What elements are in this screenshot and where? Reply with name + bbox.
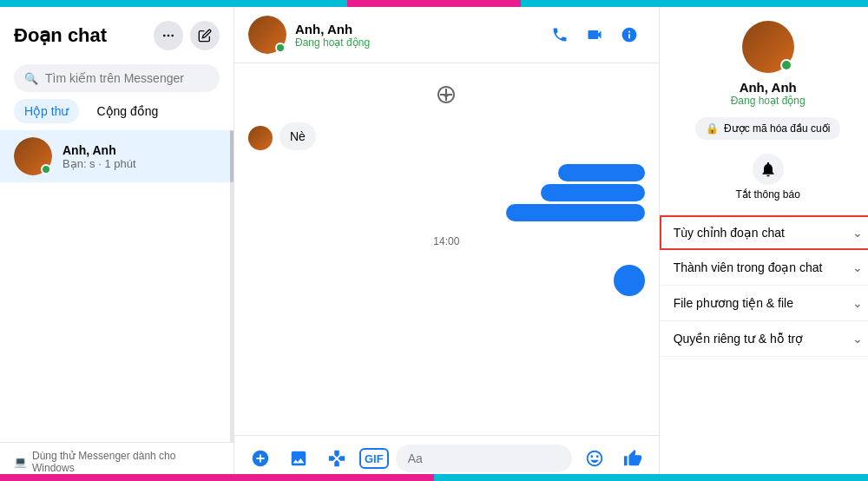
right-avatar-wrapper bbox=[742, 21, 794, 73]
search-input[interactable] bbox=[45, 71, 209, 85]
tabs: Hộp thư Cộng đồng bbox=[0, 99, 233, 123]
sent-bubble-1 bbox=[558, 164, 645, 181]
app-container: Đoạn chat 🔍 bbox=[0, 0, 868, 481]
tab-inbox[interactable]: Hộp thư bbox=[14, 99, 79, 123]
sent-bubble-dot bbox=[614, 265, 645, 296]
game-button[interactable] bbox=[321, 443, 352, 474]
menu-members[interactable]: Thành viên trong đoạn chat ⌄ bbox=[660, 250, 868, 286]
bottom-bar bbox=[0, 474, 868, 481]
mute-button[interactable] bbox=[753, 154, 784, 185]
menu-customize-chat[interactable]: Tùy chỉnh đoạn chat ⌄ bbox=[660, 215, 868, 250]
right-menu: Tùy chỉnh đoạn chat ⌄ Thành viên trong đ… bbox=[660, 214, 868, 357]
emoji-button[interactable] bbox=[579, 443, 610, 474]
chat-contact-name: Anh, Anh bbox=[295, 22, 536, 36]
mute-label: Tắt thông báo bbox=[735, 188, 799, 201]
chat-item[interactable]: Anh, Anh Bạn: s · 1 phút bbox=[0, 130, 233, 182]
message-input[interactable] bbox=[396, 445, 572, 472]
video-button[interactable] bbox=[579, 19, 610, 50]
customize-chat-label: Tùy chỉnh đoạn chat bbox=[674, 226, 785, 240]
gif-label: GIF bbox=[365, 452, 384, 465]
chat-header-actions bbox=[544, 19, 645, 50]
upload-area bbox=[248, 77, 645, 115]
menu-privacy[interactable]: Quyền riêng tư & hỗ trợ ⌄ bbox=[660, 321, 868, 357]
right-online-dot bbox=[780, 59, 792, 71]
svg-point-1 bbox=[168, 35, 170, 37]
menu-media[interactable]: File phương tiện & file ⌄ bbox=[660, 286, 868, 321]
scroll-track bbox=[230, 130, 233, 442]
more-options-button[interactable] bbox=[154, 21, 183, 50]
received-bubble: Nè bbox=[279, 122, 316, 150]
right-panel: Anh, Anh Đang hoạt động 🔒 Được mã hóa đầ… bbox=[660, 7, 868, 481]
encrypt-label: Được mã hóa đầu cuối bbox=[724, 122, 830, 135]
search-wrapper[interactable]: 🔍 bbox=[14, 64, 220, 92]
tab-community[interactable]: Cộng đồng bbox=[86, 99, 168, 123]
received-avatar bbox=[248, 126, 273, 150]
chevron-media: ⌄ bbox=[852, 296, 863, 310]
received-message-row: Nè bbox=[248, 122, 645, 150]
lock-icon: 🔒 bbox=[706, 122, 719, 135]
media-label: File phương tiện & file bbox=[674, 296, 793, 310]
chat-list-scroll: Anh, Anh Bạn: s · 1 phút bbox=[0, 130, 233, 442]
sidebar: Đoạn chat 🔍 bbox=[0, 7, 234, 481]
call-button[interactable] bbox=[544, 19, 575, 50]
chat-name: Anh, Anh bbox=[62, 143, 220, 157]
footer-text: Dùng thử Messenger dành cho Windows bbox=[32, 450, 220, 474]
right-contact-name: Anh, Anh bbox=[740, 80, 797, 95]
search-bar: 🔍 bbox=[0, 57, 233, 99]
right-contact-status: Đang hoạt động bbox=[731, 95, 806, 107]
encrypt-badge: 🔒 Được mã hóa đầu cuối bbox=[695, 117, 840, 140]
sent-bubble-3 bbox=[506, 204, 645, 221]
svg-point-0 bbox=[163, 35, 166, 37]
sidebar-header: Đoạn chat bbox=[0, 14, 233, 57]
info-button[interactable] bbox=[614, 19, 645, 50]
chat-list: Anh, Anh Bạn: s · 1 phút bbox=[0, 130, 233, 182]
chevron-members: ⌄ bbox=[852, 260, 863, 274]
compose-button[interactable] bbox=[190, 21, 220, 50]
right-actions: Tắt thông báo bbox=[735, 154, 799, 201]
online-indicator bbox=[41, 164, 51, 175]
top-bar bbox=[0, 0, 868, 7]
chat-header: Anh, Anh Đang hoạt động bbox=[234, 7, 659, 63]
like-button[interactable] bbox=[617, 443, 648, 474]
sent-bubble-2 bbox=[541, 184, 645, 201]
chat-header-avatar-wrapper bbox=[248, 16, 286, 54]
sidebar-title: Đoạn chat bbox=[14, 24, 107, 47]
chat-info: Anh, Anh Bạn: s · 1 phút bbox=[62, 143, 220, 170]
members-label: Thành viên trong đoạn chat bbox=[674, 260, 823, 274]
chat-messages: Nè 14:00 bbox=[234, 63, 659, 435]
chat-header-info: Anh, Anh Đang hoạt động bbox=[295, 22, 536, 49]
scroll-thumb bbox=[230, 130, 233, 182]
privacy-label: Quyền riêng tư & hỗ trợ bbox=[674, 332, 804, 346]
chat-contact-status: Đang hoạt động bbox=[295, 36, 536, 49]
search-icon: 🔍 bbox=[24, 72, 38, 85]
svg-point-2 bbox=[171, 35, 174, 37]
chat-header-online-indicator bbox=[275, 43, 286, 53]
chevron-privacy: ⌄ bbox=[852, 332, 863, 346]
chevron-customize: ⌄ bbox=[852, 226, 863, 240]
avatar-wrapper bbox=[14, 137, 52, 175]
laptop-icon: 💻 bbox=[14, 456, 27, 468]
sidebar-actions bbox=[154, 21, 220, 50]
chat-preview: Bạn: s · 1 phút bbox=[62, 157, 220, 170]
image-button[interactable] bbox=[283, 443, 314, 474]
msg-timestamp: 14:00 bbox=[248, 235, 645, 247]
chat-main: Anh, Anh Đang hoạt động bbox=[234, 7, 660, 481]
gif-button[interactable]: GIF bbox=[359, 448, 389, 469]
add-button[interactable] bbox=[245, 443, 276, 474]
